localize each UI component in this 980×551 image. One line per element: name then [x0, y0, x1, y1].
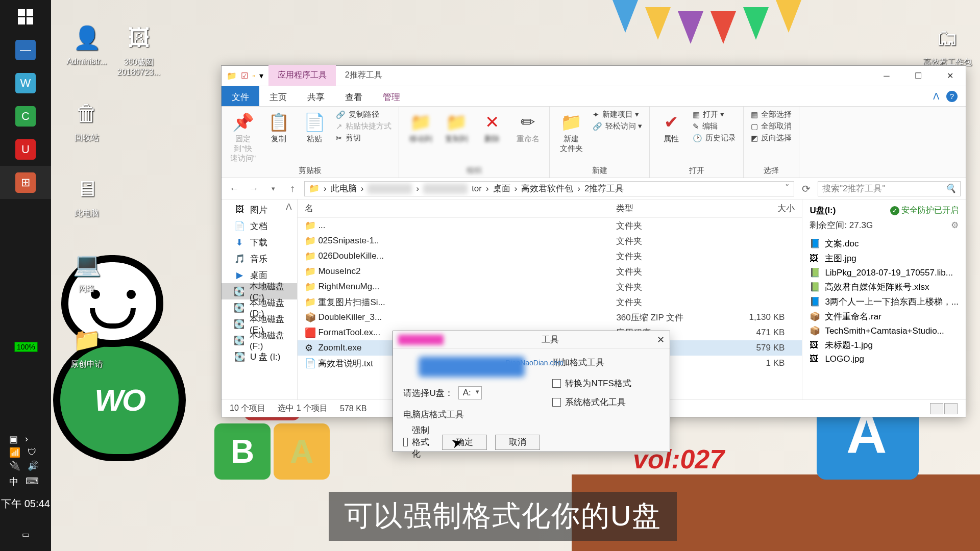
- back-button[interactable]: ←: [227, 183, 242, 194]
- invert-button[interactable]: ◩反向选择: [751, 133, 792, 143]
- format-dialog: x工具✕ DianNaoDian.com 请选择U盘：A: 电脑店格式工具 强制…: [393, 331, 670, 452]
- drive-select[interactable]: A:: [458, 386, 482, 399]
- view-details-button[interactable]: [930, 403, 943, 414]
- preview-item[interactable]: 📘文案.doc: [810, 236, 959, 251]
- taskbar-app-wps[interactable]: W: [0, 66, 51, 99]
- pasteshortcut-button[interactable]: ↗粘贴快捷方式: [336, 121, 391, 131]
- file-row[interactable]: 📁MouseInc2文件夹: [298, 264, 802, 279]
- breadcrumb[interactable]: 📁› 此电脑› hidden› hidden tor› 桌面› 高效君软件包› …: [304, 181, 794, 196]
- desktop-icon[interactable]: 👤Administr...: [60, 21, 113, 66]
- taskbar-app-edge[interactable]: —: [0, 33, 51, 66]
- status-size: 578 KB: [340, 404, 366, 413]
- preview-item[interactable]: 📦文件重命名.rar: [810, 309, 959, 324]
- open-button[interactable]: ▦打开 ▾: [693, 110, 736, 119]
- file-list[interactable]: 名 类型大小 📁...文件夹📁025Snipaste-1..文件夹📁026Dou…: [298, 199, 802, 399]
- taskbar-app-camtasia[interactable]: C: [0, 99, 51, 133]
- view-icons-button[interactable]: [944, 403, 958, 414]
- file-row[interactable]: 📁026DoubleKille...文件夹: [298, 248, 802, 264]
- tab-share[interactable]: 共享: [297, 86, 335, 106]
- preview-item[interactable]: 📗高效君自媒体矩阵账号.xlsx: [810, 280, 959, 294]
- tray-ime[interactable]: 中⌨: [0, 473, 51, 490]
- column-headers[interactable]: 名 类型大小: [298, 199, 802, 218]
- ribbon-collapse-icon[interactable]: ᐱ: [933, 91, 939, 102]
- tab-home[interactable]: 主页: [259, 86, 297, 106]
- taskbar-app-formattool[interactable]: U: [0, 133, 51, 166]
- tray-icons[interactable]: ▣›📶🛡🔌🔊: [0, 432, 51, 473]
- properties-button[interactable]: ✔属性: [657, 110, 685, 144]
- newitem-button[interactable]: ✦新建项目 ▾: [593, 110, 642, 119]
- copyto-button[interactable]: 📁复制到: [442, 110, 471, 144]
- tab-view[interactable]: 查看: [335, 86, 373, 106]
- preview-item[interactable]: 📦TechSmith+Camtasia+Studio...: [810, 324, 959, 338]
- quick-access-toolbar: 📁 ☑ ▫ ▾: [222, 66, 268, 86]
- preview-item[interactable]: 📗LibPkg_2018-07-19_170557.lib...: [810, 266, 959, 280]
- folder-icon: 📁: [227, 71, 237, 81]
- preview-item[interactable]: 🖼未标题-1.jpg: [810, 338, 959, 353]
- edit-button[interactable]: ✎编辑: [693, 121, 736, 131]
- preview-item[interactable]: 📘3两个人一上一下抬东西上楼梯，...: [810, 294, 959, 309]
- taskbar-app-explorer[interactable]: ⊞: [0, 166, 51, 199]
- pin-button[interactable]: 📌固定到"快 速访问": [229, 110, 257, 163]
- nav-item[interactable]: 📄文档: [222, 218, 297, 234]
- desktop-icon[interactable]: 💻网络: [60, 248, 113, 294]
- desktop-icon[interactable]: 🖼360截图 20180723...: [112, 21, 165, 77]
- desktop-icon[interactable]: 📁原创申请: [60, 323, 113, 370]
- sysfmt-checkbox[interactable]: 系统格式化工具: [552, 396, 659, 408]
- delete-button[interactable]: ✕删除: [478, 110, 506, 144]
- qat-folder-icon[interactable]: ▫: [252, 71, 255, 81]
- moveto-button[interactable]: 📁移动到: [406, 110, 435, 144]
- rename-button[interactable]: ✏重命名: [513, 110, 542, 144]
- copypath-button[interactable]: 🔗复制路径: [336, 110, 391, 119]
- cut-button[interactable]: ✂剪切: [336, 133, 391, 143]
- taskbar-clock[interactable]: 下午 05:44: [0, 490, 51, 518]
- cancel-button[interactable]: 取消: [495, 435, 540, 450]
- tab-file[interactable]: 文件: [222, 86, 259, 106]
- forward-button[interactable]: →: [246, 183, 261, 194]
- selectall-button[interactable]: ▦全部选择: [751, 110, 792, 119]
- nav-item[interactable]: ⬇下载: [222, 234, 297, 251]
- paste-button[interactable]: 📄粘贴: [300, 110, 329, 144]
- desktop-icon[interactable]: 🗂高效君工作包: [921, 21, 974, 68]
- protection-status: ✓安全防护已开启: [890, 205, 959, 216]
- desktop-icon[interactable]: 🗑回收站: [60, 97, 113, 143]
- file-row[interactable]: 📁重复图片扫描Si...文件夹: [298, 294, 802, 310]
- file-row[interactable]: 📁...文件夹: [298, 218, 802, 233]
- file-row[interactable]: 📁025Snipaste-1..文件夹: [298, 233, 802, 248]
- status-count: 10 个项目: [230, 403, 265, 414]
- history-button[interactable]: 🕑历史记录: [693, 133, 736, 143]
- recent-dropdown[interactable]: ▾: [265, 185, 281, 192]
- preview-gear-icon[interactable]: ⚙: [951, 220, 959, 231]
- easyaccess-button[interactable]: 🔗轻松访问 ▾: [593, 121, 642, 131]
- nav-item[interactable]: 🎵音乐: [222, 251, 297, 267]
- video-caption: 可以强制格式化你的U盘: [329, 492, 677, 541]
- preview-item[interactable]: 🖼LOGO.jpg: [810, 353, 959, 366]
- qat-checkbox-icon[interactable]: ☑: [241, 71, 248, 81]
- search-icon: 🔍: [945, 183, 956, 194]
- ntfs-checkbox[interactable]: 转换为NTFS格式: [552, 378, 659, 389]
- start-button[interactable]: [0, 0, 51, 33]
- preview-item[interactable]: 🖼主图.jpg: [810, 251, 959, 266]
- ribbon-tabs: 文件 主页 共享 查看 管理 ᐱ?: [222, 86, 966, 107]
- group-organize: 组织: [406, 165, 542, 176]
- dialog-close-button[interactable]: ✕: [657, 334, 665, 345]
- tab-manage[interactable]: 管理: [373, 86, 410, 106]
- desktop-icon[interactable]: 🖥此电脑: [60, 172, 113, 219]
- file-row[interactable]: 📦DoubleKiller_3...360压缩 ZIP 文件1,130 KB: [298, 310, 802, 325]
- copy-button[interactable]: 📋复制: [264, 110, 293, 144]
- up-button[interactable]: ↑: [285, 183, 300, 194]
- nav-pane[interactable]: ᐱ🖼图片📄文档⬇下载🎵音乐▶桌面💽本地磁盘 (C:)💽本地磁盘 (D:)💽本地磁…: [222, 199, 298, 399]
- qat-overflow-icon[interactable]: ▾: [259, 71, 263, 81]
- help-icon[interactable]: ?: [946, 91, 958, 102]
- minimize-button[interactable]: ─: [871, 66, 902, 86]
- newfolder-button[interactable]: 📁新建 文件夹: [557, 110, 585, 154]
- force-format-checkbox[interactable]: 强制格式化: [403, 424, 432, 460]
- refresh-button[interactable]: ⟳: [798, 183, 814, 195]
- selectnone-button[interactable]: ▢全部取消: [751, 121, 792, 131]
- close-button[interactable]: ✕: [934, 66, 966, 86]
- file-row[interactable]: 📁RightMenuMg...文件夹: [298, 279, 802, 294]
- nav-item[interactable]: 💽本地磁盘 (F:): [222, 332, 297, 348]
- task-view-button[interactable]: ▭: [0, 518, 51, 551]
- titlebar[interactable]: 📁 ☑ ▫ ▾ 应用程序工具 2推荐工具 ─ ☐ ✕: [222, 66, 966, 86]
- maximize-button[interactable]: ☐: [902, 66, 934, 86]
- search-input[interactable]: 搜索"2推荐工具"🔍: [818, 181, 961, 196]
